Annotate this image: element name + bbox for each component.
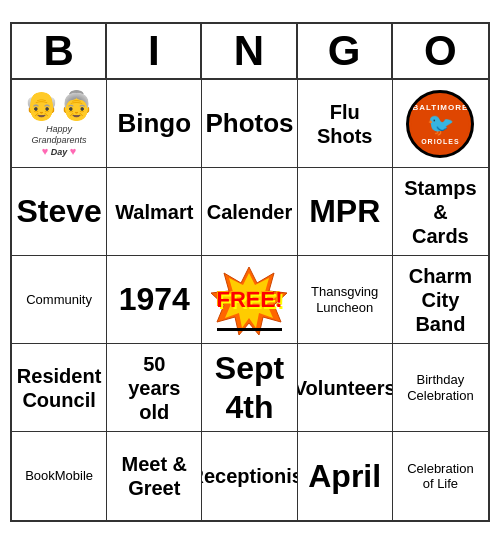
cell-text-g2: MPR	[309, 192, 380, 230]
cell-text-n4: Sept4th	[215, 349, 284, 426]
cell-i2[interactable]: Walmart	[107, 168, 202, 256]
cell-b3[interactable]: Community	[12, 256, 107, 344]
grandparents-title: HappyGrandparents ♥ Day ♥	[32, 124, 87, 159]
letter-n: N	[202, 24, 297, 78]
cell-o3[interactable]: CharmCityBand	[393, 256, 488, 344]
cell-text-n5: Receptionist	[202, 464, 297, 488]
cell-n5[interactable]: Receptionist	[202, 432, 297, 520]
cell-o2[interactable]: Stamps&Cards	[393, 168, 488, 256]
cell-text-i5: Meet &Greet	[122, 452, 188, 500]
cell-text-b5: BookMobile	[25, 468, 93, 484]
cell-text-i4: 50yearsold	[128, 352, 180, 424]
cell-text-i1: Bingo	[117, 108, 191, 139]
bingo-header: B I N G O	[12, 24, 488, 80]
grandparents-icon: 👴👵	[24, 89, 94, 122]
cell-n3[interactable]: FREE!	[202, 256, 297, 344]
letter-i: I	[107, 24, 202, 78]
cell-text-b2: Steve	[16, 192, 101, 230]
cell-text-b3: Community	[26, 292, 92, 308]
cell-o4[interactable]: BirthdayCelebration	[393, 344, 488, 432]
free-starburst: FREE!	[209, 265, 289, 335]
cell-i5[interactable]: Meet &Greet	[107, 432, 202, 520]
bingo-card: B I N G O 👴👵 HappyGrandparents ♥ Day ♥ B…	[10, 22, 490, 522]
cell-g3[interactable]: ThansgvingLuncheon	[298, 256, 393, 344]
cell-text-o3: CharmCityBand	[409, 264, 472, 336]
cell-i3[interactable]: 1974	[107, 256, 202, 344]
letter-g: G	[298, 24, 393, 78]
cell-text-i2: Walmart	[115, 200, 193, 224]
cell-g1[interactable]: FluShots	[298, 80, 393, 168]
free-text: FREE!	[216, 289, 282, 311]
cell-g5[interactable]: April	[298, 432, 393, 520]
cell-n4[interactable]: Sept4th	[202, 344, 297, 432]
cell-i4[interactable]: 50yearsold	[107, 344, 202, 432]
cell-text-o5: Celebrationof Life	[407, 461, 474, 492]
cell-b4[interactable]: ResidentCouncil	[12, 344, 107, 432]
cell-b1[interactable]: 👴👵 HappyGrandparents ♥ Day ♥	[12, 80, 107, 168]
cell-o5[interactable]: Celebrationof Life	[393, 432, 488, 520]
cell-b2[interactable]: Steve	[12, 168, 107, 256]
cell-b5[interactable]: BookMobile	[12, 432, 107, 520]
cell-n1[interactable]: Photos	[202, 80, 297, 168]
cell-o1[interactable]: Baltimore 🐦 ORIOLES	[393, 80, 488, 168]
cell-text-g5: April	[308, 457, 381, 495]
cell-g4[interactable]: Volunteers	[298, 344, 393, 432]
cell-text-b4: ResidentCouncil	[17, 364, 101, 412]
cell-text-o4: BirthdayCelebration	[407, 372, 474, 403]
cell-text-i3: 1974	[119, 280, 190, 318]
orioles-logo: Baltimore 🐦 ORIOLES	[406, 90, 474, 158]
letter-b: B	[12, 24, 107, 78]
cell-text-g3: ThansgvingLuncheon	[311, 284, 378, 315]
cell-text-g1: FluShots	[317, 100, 373, 148]
bingo-grid: 👴👵 HappyGrandparents ♥ Day ♥ BingoPhotos…	[12, 80, 488, 520]
cell-text-o2: Stamps&Cards	[404, 176, 476, 248]
cell-i1[interactable]: Bingo	[107, 80, 202, 168]
cell-text-n2: Calender	[207, 200, 293, 224]
cell-n2[interactable]: Calender	[202, 168, 297, 256]
free-underline	[217, 328, 283, 331]
cell-text-g4: Volunteers	[298, 376, 393, 400]
letter-o: O	[393, 24, 488, 78]
cell-g2[interactable]: MPR	[298, 168, 393, 256]
cell-text-n1: Photos	[205, 108, 293, 139]
